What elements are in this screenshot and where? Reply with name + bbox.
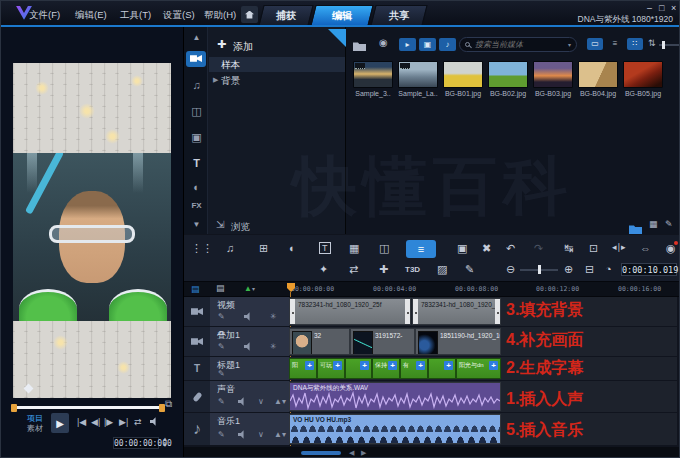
sound-mixer-icon[interactable]: ♫: [226, 242, 234, 254]
track-mute-icon[interactable]: [244, 342, 253, 353]
sort-icon[interactable]: ⇅: [648, 39, 656, 48]
play-button[interactable]: ▶: [51, 413, 69, 433]
subtitle-plus-icon[interactable]: +: [444, 361, 453, 370]
nav-title-icon[interactable]: T: [189, 157, 204, 169]
fit-timeline-icon[interactable]: ⊟: [585, 263, 594, 276]
maximize-button[interactable]: □: [659, 3, 664, 13]
track-list-icon[interactable]: ▤: [216, 284, 225, 293]
trim-start-handle[interactable]: [11, 404, 17, 412]
filter-audio-icon[interactable]: ♪: [439, 38, 456, 51]
grid-icon[interactable]: ▦: [349, 242, 359, 255]
nav-scroll-down-icon[interactable]: ▼: [189, 220, 204, 229]
track-header-video[interactable]: 视频 ✎ ✳: [210, 297, 289, 326]
track-motion-icon[interactable]: ✚: [379, 263, 388, 276]
go-end-button[interactable]: ▶|: [119, 417, 128, 427]
nav-graphic-icon[interactable]: ◐: [189, 181, 204, 193]
subtitle-plus-icon[interactable]: +: [360, 361, 369, 370]
voice-clip[interactable]: DNA与紫外线的关系.WAV: [289, 382, 501, 411]
preview-video[interactable]: [13, 63, 171, 398]
library-grid-icon[interactable]: ▦: [649, 220, 658, 229]
record-disc-icon[interactable]: ◉: [379, 38, 388, 48]
track-mute-icon[interactable]: [238, 397, 247, 408]
library-search[interactable]: ▾: [459, 37, 577, 52]
track-edit-icon[interactable]: ✎: [218, 397, 225, 406]
title-clip[interactable]: 可玩 +: [317, 358, 345, 379]
redo-icon[interactable]: ↷: [534, 242, 543, 255]
media-thumbnail[interactable]: [488, 61, 528, 88]
track-volume-icon[interactable]: ▲▾: [274, 397, 286, 406]
track-fx-icon[interactable]: ✳: [270, 342, 277, 351]
subtitle-plus-icon[interactable]: +: [305, 361, 314, 370]
clip-trim-handle[interactable]: [413, 299, 418, 324]
tab-share[interactable]: 共享: [370, 5, 427, 26]
nav-transition-icon[interactable]: ◫: [189, 105, 204, 118]
tools-icon[interactable]: ✖: [482, 242, 491, 255]
paint-icon[interactable]: ✎: [465, 263, 474, 276]
timeline-scroll-thumb[interactable]: [301, 451, 341, 455]
ripple-edit-icon[interactable]: ⇔: [640, 242, 651, 254]
title-clip[interactable]: +: [428, 358, 456, 379]
library-edit-icon[interactable]: ✎: [665, 220, 673, 229]
track-fx-icon[interactable]: ✳: [270, 312, 277, 321]
go-start-button[interactable]: |◀: [77, 417, 86, 427]
loop-icon[interactable]: ⇄: [349, 263, 358, 276]
capture-record-icon[interactable]: ◉: [666, 242, 676, 255]
track-header-title[interactable]: 标题1 ✎: [210, 357, 289, 380]
timeline-zoom-handle[interactable]: [538, 265, 541, 274]
scroll-left-icon[interactable]: ◀: [349, 449, 354, 457]
zoom-out-icon[interactable]: ⊖: [506, 263, 515, 276]
track-manager-icon[interactable]: ▤: [191, 284, 200, 294]
browse-icon[interactable]: ⇲: [216, 220, 224, 230]
undo-icon[interactable]: ↶: [506, 242, 515, 255]
track-edit-icon[interactable]: ✎: [218, 342, 225, 351]
next-frame-button[interactable]: |▶: [104, 417, 113, 427]
media-thumbnail[interactable]: [353, 61, 393, 88]
zoom-in-icon[interactable]: ⊕: [564, 263, 573, 276]
media-thumbnail[interactable]: [623, 61, 663, 88]
close-button[interactable]: ×: [671, 3, 676, 13]
filter-video-icon[interactable]: ▸: [399, 38, 416, 51]
prev-frame-button[interactable]: ◀|: [91, 417, 100, 427]
media-thumbnail[interactable]: [443, 61, 483, 88]
timeline-scrollbar[interactable]: [184, 447, 680, 458]
blend-icon[interactable]: ◐: [289, 242, 296, 254]
timeline-view-icon[interactable]: ≡: [406, 240, 436, 258]
scroll-right-icon[interactable]: ▶: [361, 449, 366, 457]
clip-trim-handle[interactable]: [495, 299, 500, 324]
subtitle-plus-icon[interactable]: +: [388, 361, 397, 370]
track-collapse-icon[interactable]: ∨: [258, 397, 264, 406]
preview-scrubber[interactable]: [13, 406, 163, 409]
track-volume-icon[interactable]: ▲▾: [274, 430, 286, 439]
tab-edit[interactable]: 编辑: [310, 5, 373, 26]
timecode-spinner[interactable]: ▲▼: [162, 436, 168, 448]
subtitle-plus-icon[interactable]: +: [489, 361, 498, 370]
track-collapse-icon[interactable]: ∨: [258, 430, 264, 439]
nav-scroll-up-icon[interactable]: ▲: [189, 33, 204, 42]
add-icon[interactable]: ✚: [217, 39, 226, 50]
view-thumb-icon[interactable]: ▭: [587, 38, 603, 50]
nav-media-icon[interactable]: [186, 51, 206, 67]
view-list-icon[interactable]: ≡: [607, 38, 623, 50]
title-clip[interactable]: 阳 +: [289, 358, 317, 379]
effects-wand-icon[interactable]: ✦: [319, 263, 328, 276]
subtitle-plus-icon[interactable]: +: [333, 361, 342, 370]
project-duration[interactable]: 0:00:10.019: [621, 263, 677, 276]
track-header-music[interactable]: 音乐1 ✎ ∨ ▲▾: [210, 413, 289, 445]
track-header-voice[interactable]: 声音 ✎ ∨ ▲▾: [210, 381, 289, 412]
menu-file[interactable]: 文件(F): [29, 9, 60, 22]
track-header-overlay[interactable]: 叠加1 ✎ ✳: [210, 327, 289, 356]
subtitle-plus-icon[interactable]: +: [416, 361, 425, 370]
search-dropdown-icon[interactable]: ▾: [568, 41, 571, 48]
volume-button[interactable]: [150, 417, 159, 428]
screen-record-icon[interactable]: ⊡: [589, 242, 598, 255]
music-clip[interactable]: VO HU VO HU.mp3: [289, 414, 501, 444]
copy-icon[interactable]: ▣: [457, 242, 467, 255]
title-clip[interactable]: 保持 +: [372, 358, 400, 379]
nav-audio-icon[interactable]: ♫: [189, 79, 204, 91]
filter-photo-icon[interactable]: ▣: [419, 38, 436, 51]
track-mute-icon[interactable]: [238, 430, 247, 441]
category-background[interactable]: ▶ 背景: [209, 73, 345, 88]
clip-mode-label[interactable]: 素材: [27, 423, 43, 434]
media-thumbnail[interactable]: [578, 61, 618, 88]
menu-settings[interactable]: 设置(S): [163, 9, 195, 22]
